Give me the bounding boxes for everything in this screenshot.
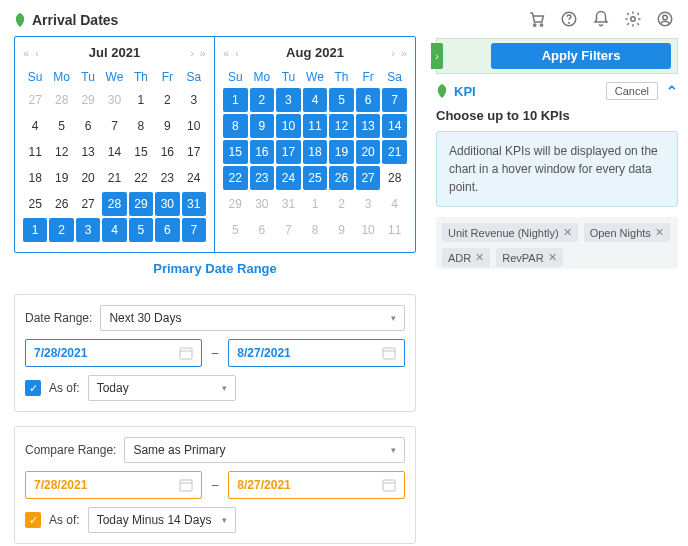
calendar-day[interactable]: 29 xyxy=(129,192,153,216)
calendar-day[interactable]: 6 xyxy=(155,218,179,242)
calendar-day[interactable]: 14 xyxy=(102,140,126,164)
apply-filters-button[interactable]: Apply Filters xyxy=(491,43,671,69)
calendar-day[interactable]: 4 xyxy=(102,218,126,242)
calendar-day[interactable]: 1 xyxy=(303,192,328,216)
calendar-day[interactable]: 28 xyxy=(49,88,73,112)
calendar-day[interactable]: 15 xyxy=(223,140,248,164)
calendar-day[interactable]: 23 xyxy=(155,166,179,190)
calendar-day[interactable]: 6 xyxy=(76,114,100,138)
calendar-day[interactable]: 4 xyxy=(303,88,328,112)
calendar-day[interactable]: 4 xyxy=(382,192,407,216)
calendar-day[interactable]: 21 xyxy=(382,140,407,164)
calendar-day[interactable]: 5 xyxy=(49,114,73,138)
kpi-tag[interactable]: Open Nights✕ xyxy=(584,223,670,242)
kpi-tag[interactable]: RevPAR✕ xyxy=(496,248,562,267)
cal-prev-fast-icon[interactable]: « xyxy=(21,47,31,59)
calendar-day[interactable]: 1 xyxy=(223,88,248,112)
calendar-day[interactable]: 29 xyxy=(76,88,100,112)
calendar-day[interactable]: 31 xyxy=(276,192,301,216)
date-range-select[interactable]: Next 30 Days ▾ xyxy=(100,305,405,331)
bell-icon[interactable] xyxy=(592,10,610,28)
calendar-day[interactable]: 3 xyxy=(356,192,381,216)
calendar-day[interactable]: 25 xyxy=(23,192,47,216)
cal-next-fast-icon[interactable]: » xyxy=(198,47,208,59)
calendar-day[interactable]: 19 xyxy=(329,140,354,164)
cal-prev-fast-icon[interactable]: « xyxy=(221,47,231,59)
calendar-day[interactable]: 24 xyxy=(182,166,206,190)
compare-range-select[interactable]: Same as Primary ▾ xyxy=(124,437,405,463)
calendar-day[interactable]: 7 xyxy=(182,218,206,242)
calendar-day[interactable]: 20 xyxy=(356,140,381,164)
calendar-day[interactable]: 12 xyxy=(329,114,354,138)
calendar-day[interactable]: 1 xyxy=(23,218,47,242)
cal-next-icon[interactable]: › xyxy=(389,47,397,59)
calendar-day[interactable]: 8 xyxy=(223,114,248,138)
calendar-day[interactable]: 1 xyxy=(129,88,153,112)
kpi-tag[interactable]: Unit Revenue (Nightly)✕ xyxy=(442,223,578,242)
calendar-day[interactable]: 24 xyxy=(276,166,301,190)
calendar-day[interactable]: 13 xyxy=(76,140,100,164)
calendar-day[interactable]: 9 xyxy=(250,114,275,138)
calendar-day[interactable]: 5 xyxy=(329,88,354,112)
calendar-day[interactable]: 12 xyxy=(49,140,73,164)
calendar-day[interactable]: 3 xyxy=(276,88,301,112)
remove-tag-icon[interactable]: ✕ xyxy=(548,251,557,264)
calendar-day[interactable]: 3 xyxy=(76,218,100,242)
asof-checkbox[interactable]: ✓ xyxy=(25,380,41,396)
calendar-day[interactable]: 28 xyxy=(382,166,407,190)
calendar-day[interactable]: 19 xyxy=(49,166,73,190)
calendar-day[interactable]: 30 xyxy=(102,88,126,112)
calendar-day[interactable]: 17 xyxy=(276,140,301,164)
calendar-day[interactable]: 2 xyxy=(329,192,354,216)
calendar-day[interactable]: 14 xyxy=(382,114,407,138)
cal-prev-icon[interactable]: ‹ xyxy=(233,47,241,59)
calendar-day[interactable]: 2 xyxy=(49,218,73,242)
help-icon[interactable] xyxy=(560,10,578,28)
calendar-day[interactable]: 16 xyxy=(155,140,179,164)
calendar-day[interactable]: 31 xyxy=(182,192,206,216)
calendar-day[interactable]: 11 xyxy=(382,218,407,242)
calendar-day[interactable]: 9 xyxy=(329,218,354,242)
cal-prev-icon[interactable]: ‹ xyxy=(33,47,41,59)
calendar-day[interactable]: 18 xyxy=(23,166,47,190)
calendar-day[interactable]: 7 xyxy=(276,218,301,242)
calendar-day[interactable]: 26 xyxy=(49,192,73,216)
calendar-day[interactable]: 10 xyxy=(276,114,301,138)
calendar-day[interactable]: 13 xyxy=(356,114,381,138)
asof-select[interactable]: Today ▾ xyxy=(88,375,236,401)
gear-icon[interactable] xyxy=(624,10,642,28)
calendar-day[interactable]: 29 xyxy=(223,192,248,216)
calendar-day[interactable]: 5 xyxy=(223,218,248,242)
calendar-day[interactable]: 9 xyxy=(155,114,179,138)
remove-tag-icon[interactable]: ✕ xyxy=(563,226,572,239)
kpi-cancel-button[interactable]: Cancel xyxy=(606,82,658,100)
expand-caret-icon[interactable]: › xyxy=(431,43,443,69)
calendar-day[interactable]: 27 xyxy=(23,88,47,112)
calendar-day[interactable]: 21 xyxy=(102,166,126,190)
compare-asof-select[interactable]: Today Minus 14 Days ▾ xyxy=(88,507,236,533)
calendar-day[interactable]: 16 xyxy=(250,140,275,164)
calendar-day[interactable]: 28 xyxy=(102,192,126,216)
calendar-day[interactable]: 27 xyxy=(356,166,381,190)
primary-start-input[interactable]: 7/28/2021 xyxy=(25,339,202,367)
calendar-day[interactable]: 3 xyxy=(182,88,206,112)
primary-end-input[interactable]: 8/27/2021 xyxy=(228,339,405,367)
calendar-day[interactable]: 25 xyxy=(303,166,328,190)
calendar-day[interactable]: 7 xyxy=(382,88,407,112)
chevron-up-icon[interactable]: ⌃ xyxy=(666,83,678,99)
calendar-day[interactable]: 5 xyxy=(129,218,153,242)
calendar-day[interactable]: 26 xyxy=(329,166,354,190)
calendar-day[interactable]: 2 xyxy=(250,88,275,112)
calendar-day[interactable]: 22 xyxy=(223,166,248,190)
compare-asof-checkbox[interactable]: ✓ xyxy=(25,512,41,528)
kpi-tag[interactable]: ADR✕ xyxy=(442,248,490,267)
calendar-day[interactable]: 6 xyxy=(356,88,381,112)
user-icon[interactable] xyxy=(656,10,674,28)
calendar-day[interactable]: 11 xyxy=(303,114,328,138)
calendar-day[interactable]: 27 xyxy=(76,192,100,216)
calendar-day[interactable]: 10 xyxy=(182,114,206,138)
calendar-day[interactable]: 23 xyxy=(250,166,275,190)
cart-icon[interactable] xyxy=(528,10,546,28)
cal-next-fast-icon[interactable]: » xyxy=(399,47,409,59)
compare-end-input[interactable]: 8/27/2021 xyxy=(228,471,405,499)
